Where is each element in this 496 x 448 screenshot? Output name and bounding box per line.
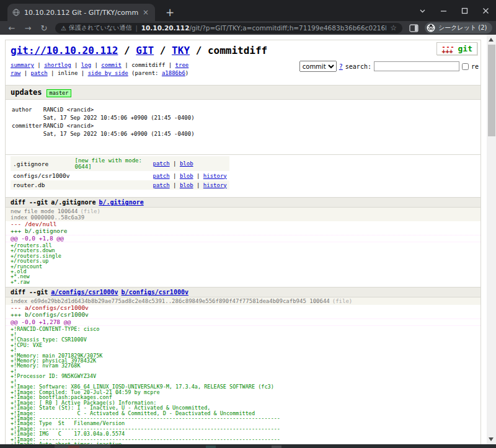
file-patch-link[interactable]: patch [153, 182, 170, 188]
nav-separator: | [71, 62, 81, 68]
diff-body: diff --gita/.gitignoreb/.gitignore new f… [6, 197, 480, 444]
search-scope-select[interactable]: commit [299, 61, 337, 72]
diff-a-path-link[interactable]: a/configs/csr1000v [51, 289, 118, 296]
scrollbar-down-arrow-icon[interactable] [489, 437, 494, 441]
url-host: 10.10.20.112 [141, 24, 190, 32]
diff-b-path-link[interactable]: b/configs/csr1000v [122, 289, 188, 296]
meta-row: committerRANCiD <rancid> [12, 123, 195, 130]
vertical-scrollbar[interactable] [487, 35, 496, 444]
page-action: commitdiff [208, 45, 267, 56]
browser-tab[interactable]: 10.10.20.112 Git - GIT/TKY/comm × [7, 4, 155, 21]
meta-label [12, 115, 42, 121]
file-history-link[interactable]: history [203, 173, 227, 179]
meta-row: Sat, 17 Sep 2022 10:45:06 +0900 (21:45 -… [12, 131, 195, 138]
link-separator: | [193, 173, 203, 179]
commit-title-bar[interactable]: updatesmaster [6, 85, 480, 100]
diff-file-link[interactable]: (file) [80, 208, 100, 214]
bookmark-star-icon[interactable]: ☆ [390, 24, 397, 32]
nav-summary[interactable]: summary [11, 62, 34, 68]
group-link[interactable]: GIT [136, 45, 154, 56]
page-navigation: summary | shortlog | log | commit | comm… [6, 59, 480, 81]
file-patch-link[interactable]: patch [153, 173, 170, 179]
security-label[interactable]: 保護されていない通信 [69, 24, 131, 32]
project-link[interactable]: TKY [172, 45, 190, 56]
nav-raw[interactable]: raw [11, 70, 20, 76]
repo-root-link[interactable]: git://10.10.20.112 [11, 45, 118, 56]
nav-side-by-side[interactable]: side by side [88, 70, 128, 76]
diff-file-link[interactable]: (file) [332, 298, 353, 304]
nav-separator: | [78, 70, 87, 76]
parent-suffix: ) [185, 70, 188, 76]
nav-tree[interactable]: tree [175, 62, 189, 68]
not-secure-warning-icon[interactable]: ⚠ [61, 25, 66, 32]
reload-icon[interactable]: ↻ [36, 24, 52, 33]
file-history-link[interactable]: history [203, 182, 227, 188]
meta-label: committer [12, 123, 42, 130]
file-name-link[interactable]: router.db [11, 180, 73, 190]
nav-separator: | [122, 62, 131, 68]
nav-log[interactable]: log [81, 62, 91, 68]
taskbar-segment [55, 444, 110, 448]
back-icon[interactable]: ← [4, 24, 20, 33]
scrollbar-up-arrow-icon[interactable] [489, 38, 494, 42]
file-name-link[interactable]: configs/csr1000v [11, 171, 73, 180]
search-input[interactable] [374, 61, 459, 71]
changed-files-section: .gitignore [new file with mode: 0644] pa… [6, 154, 480, 190]
window-minimize-button[interactable] [433, 0, 454, 21]
link-separator: | [170, 173, 180, 179]
nav-commit[interactable]: commit [101, 62, 122, 68]
breadcrumb-separator: / [154, 45, 172, 56]
nav-shortlog[interactable]: shortlog [44, 62, 71, 68]
breadcrumb-separator: / [190, 45, 208, 56]
git-logo-text: git [458, 44, 472, 53]
file-links: patch | blob [151, 156, 229, 171]
commit-title[interactable]: updates [11, 88, 42, 97]
taskbar-icon-hint [272, 446, 281, 448]
parent-commit-link[interactable]: a1886b6 [162, 70, 185, 76]
screen: 10.10.20.112 Git - GIT/TKY/comm × + ← → … [0, 0, 496, 448]
file-blob-link[interactable]: blob [180, 173, 193, 179]
diff-index-line: index e69de29bb2d1d6434b8b29ae775ad8c2e4… [11, 298, 476, 304]
logo-plus-row: +++ [441, 49, 454, 53]
search-label: search: [345, 63, 371, 71]
parent-prefix: (parent: [128, 70, 162, 76]
nav-patch[interactable]: patch [31, 70, 48, 76]
nav-separator: | [91, 62, 101, 68]
file-blob-link[interactable]: blob [180, 182, 193, 188]
breadcrumb-separator: / [118, 45, 136, 56]
diff-section-gitignore: diff --gita/.gitignoreb/.gitignore new f… [6, 197, 480, 284]
nav-inline-current: inline [58, 70, 78, 76]
incognito-icon [427, 24, 435, 32]
tab-close-icon[interactable]: × [141, 8, 150, 17]
branch-badge[interactable]: master [46, 89, 72, 97]
diff-to-file: +++ b/configs/csr1000v [6, 312, 480, 318]
file-blob-link[interactable]: blob [180, 160, 193, 167]
forward-icon[interactable]: → [20, 24, 36, 33]
meta-row: authorRANCiD <rancid> [12, 107, 195, 113]
diff-b-path-link[interactable]: b/.gitignore [99, 199, 143, 206]
tab-search-chevron-icon[interactable] [412, 0, 433, 21]
meta-value: Sat, 17 Sep 2022 10:45:06 +0900 (21:45 -… [43, 131, 195, 138]
address-bar[interactable]: ⚠ 保護されていない通信 | 10.10.20.112 /git/?p=GIT/… [55, 23, 402, 33]
side-panel-icon[interactable] [409, 24, 418, 32]
file-status [73, 171, 151, 180]
meta-row: Sat, 17 Sep 2022 10:45:06 +0900 (21:45 -… [12, 115, 195, 121]
file-name-link[interactable]: .gitignore [11, 156, 73, 171]
scrollbar-thumb[interactable] [488, 45, 495, 136]
incognito-label: シークレット (2) [438, 24, 487, 32]
regex-checkbox[interactable] [462, 63, 469, 70]
diff-chunk-header: @@ -0,0 +1,278 @@ [6, 318, 480, 326]
diff-added-lines: +!RANCID-CONTENT-TYPE: cisco +! +!Chassi… [6, 327, 480, 444]
diff-mode-text: new file mode 100644 [11, 208, 78, 214]
file-patch-link[interactable]: patch [153, 160, 170, 167]
window-close-button[interactable] [475, 0, 496, 21]
diff-index-text: index e69de29bb2d1d6434b8b29ae775ad8c2e4… [11, 298, 330, 304]
diff-extended-header: new file mode 100644(file) index 0000000… [6, 208, 480, 221]
incognito-badge[interactable]: シークレット (2) [425, 22, 492, 33]
file-links: patch | blob | history [151, 180, 229, 190]
window-maximize-button[interactable] [454, 0, 475, 21]
gitweb-logo[interactable]: --- +++ git [436, 42, 477, 55]
search-help-link[interactable]: ? [339, 63, 343, 71]
new-tab-button[interactable]: + [162, 5, 177, 20]
commit-meta-table: authorRANCiD <rancid> Sat, 17 Sep 2022 1… [6, 100, 201, 145]
